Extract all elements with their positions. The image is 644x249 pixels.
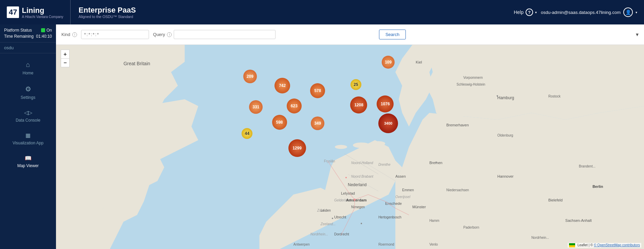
map-background: Great Britain Nederland Noord-Holland No… (56, 45, 644, 249)
cluster-3400[interactable]: 3400 (378, 113, 398, 133)
cluster-109[interactable]: 109 (382, 56, 395, 69)
svg-text:Hertogenbosch: Hertogenbosch (378, 215, 401, 219)
svg-text:Nimegen: Nimegen (351, 205, 365, 209)
svg-text:Noord-Holland: Noord-Holland (351, 161, 373, 165)
product-brand: Enterprise PaaS Aligned to the OSDU™ Sta… (79, 6, 136, 19)
help-label: Help (514, 10, 524, 15)
visualization-icon: ▦ (25, 132, 31, 139)
svg-point-61 (361, 223, 362, 224)
cluster-value: 44 (245, 131, 249, 136)
leaflet-flag-icon (569, 243, 575, 247)
svg-text:Assen: Assen (395, 174, 406, 178)
cluster-value: 742 (279, 83, 286, 88)
cluster-349[interactable]: 349 (311, 117, 324, 130)
cluster-1208[interactable]: 1208 (350, 96, 367, 113)
svg-text:Niedersachsen: Niedersachsen (446, 188, 469, 192)
svg-text:Münster: Münster (412, 205, 426, 209)
home-icon: ⌂ (26, 61, 30, 69)
cluster-623[interactable]: 623 (287, 99, 302, 113)
svg-point-11 (372, 141, 385, 146)
cluster-578[interactable]: 578 (310, 83, 325, 98)
query-info-icon[interactable]: i (167, 32, 172, 37)
svg-point-12 (335, 145, 347, 149)
svg-text:Great Britain: Great Britain (124, 61, 150, 66)
sidebar-item-home-label: Home (22, 71, 33, 75)
platform-status-label: Platform Status (4, 28, 32, 33)
cluster-value: 209 (247, 74, 253, 79)
svg-text:Bremerhaven: Bremerhaven (446, 123, 469, 127)
svg-point-10 (353, 142, 370, 148)
sidebar-item-data-console[interactable]: ◁▷ Data Console (0, 105, 56, 127)
sidebar-item-settings[interactable]: ⚙ Settings (0, 80, 56, 105)
svg-marker-6 (426, 45, 644, 120)
tenant-label: osdu (0, 42, 56, 53)
cluster-209[interactable]: 209 (243, 70, 257, 83)
cluster-value: 331 (252, 105, 259, 109)
svg-text:Brandent...: Brandent... (579, 164, 595, 168)
user-area[interactable]: osdu-admin@saas.dataops.47lining.com 👤 ▾ (541, 7, 637, 17)
zoom-out-button[interactable]: − (61, 58, 70, 67)
time-row: Time Remaining 01:40:10 (4, 34, 52, 39)
cluster-598[interactable]: 598 (272, 115, 287, 130)
attribution-separator: | © (589, 243, 594, 247)
sidebar: Platform Status On Time Remaining 01:40:… (0, 24, 56, 249)
logo-sub: A Hitachi Vantara Company (22, 15, 63, 19)
query-field: Query i (153, 30, 375, 39)
query-input[interactable] (174, 30, 276, 39)
svg-point-60 (332, 218, 333, 219)
svg-text:Overijssel: Overijssel (395, 195, 411, 199)
data-console-icon: ◁▷ (24, 109, 32, 116)
cluster-value: 349 (314, 121, 321, 126)
cluster-331[interactable]: 331 (249, 100, 263, 114)
sidebar-item-map-viewer-label: Map Viewer (17, 163, 39, 168)
header-right: Help ? ▾ osdu-admin@saas.dataops.47linin… (514, 7, 637, 17)
svg-point-63 (497, 95, 498, 96)
logo-text: Lining A Hitachi Vantara Company (22, 6, 63, 19)
svg-text:Amsterdam: Amsterdam (346, 198, 367, 202)
cluster-742[interactable]: 742 (274, 78, 290, 93)
sidebar-item-visualization-app[interactable]: ▦ Visualization App (0, 127, 56, 150)
user-avatar-icon: 👤 (623, 7, 633, 17)
svg-text:Leiden: Leiden (321, 209, 331, 212)
product-sub: Aligned to the OSDU™ Standard (79, 15, 136, 19)
user-email: osdu-admin@saas.dataops.47lining.com (541, 10, 621, 15)
content-area: Kind i Query i Search ▾ (56, 24, 644, 249)
query-label: Query (153, 32, 165, 37)
sidebar-item-visualization-label: Visualization App (13, 141, 43, 145)
expand-search-button[interactable]: ▾ (636, 31, 639, 38)
svg-text:Paderborn: Paderborn (463, 226, 479, 229)
cluster-value: 109 (385, 60, 392, 65)
cluster-value: 1208 (354, 103, 363, 107)
kind-field: Kind i (61, 32, 77, 37)
top-header: 47 Lining A Hitachi Vantara Company Ente… (0, 0, 644, 24)
cluster-25[interactable]: 25 (351, 79, 361, 90)
svg-text:Oldenburg: Oldenburg (497, 134, 513, 137)
search-button[interactable]: Search (379, 30, 406, 39)
svg-text:Berlin: Berlin (592, 184, 603, 189)
map-container[interactable]: Great Britain Nederland Noord-Holland No… (56, 45, 644, 249)
sidebar-item-data-console-label: Data Console (16, 118, 40, 123)
cluster-1299[interactable]: 1299 (288, 139, 306, 157)
svg-text:Utrecht: Utrecht (334, 215, 346, 219)
svg-text:Sachsen-Anhalt: Sachsen-Anhalt (565, 218, 592, 223)
logo-area: 47 Lining A Hitachi Vantara Company (7, 0, 71, 24)
cluster-value: 3400 (384, 121, 392, 125)
product-name: Enterprise PaaS (79, 6, 136, 15)
svg-text:Vorpommern: Vorpommern (463, 76, 483, 79)
status-indicator (41, 28, 45, 32)
svg-text:Drenthe: Drenthe (378, 163, 391, 166)
svg-text:Zeeland...: Zeeland... (320, 222, 336, 226)
osm-link[interactable]: © OpenStreetMap contributors (594, 243, 640, 247)
svg-text:Hamm: Hamm (429, 219, 439, 223)
cluster-44[interactable]: 44 (242, 128, 252, 139)
svg-text:Venlo: Venlo (429, 243, 438, 246)
kind-info-icon[interactable]: i (72, 32, 77, 37)
svg-marker-7 (395, 106, 644, 249)
cluster-1076[interactable]: 1076 (377, 95, 394, 112)
zoom-in-button[interactable]: + (61, 50, 70, 58)
sidebar-item-home[interactable]: ⌂ Home (0, 56, 56, 80)
svg-text:Antwerpen: Antwerpen (293, 243, 310, 246)
help-button[interactable]: Help ? ▾ (514, 8, 537, 16)
sidebar-item-map-viewer[interactable]: 📖 Map Viewer (0, 150, 56, 173)
kind-input[interactable] (81, 30, 149, 39)
